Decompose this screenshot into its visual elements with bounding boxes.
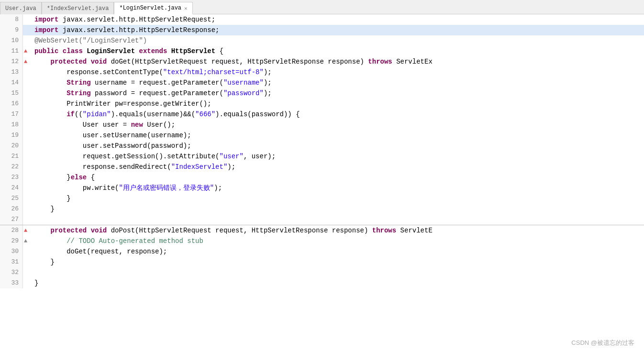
code-line-16: 16 PrintWriter pw=response.getWriter(); — [0, 99, 644, 109]
code-line-32: 32 — [0, 267, 644, 278]
tab-login-label: *LoginServlet.java — [119, 5, 181, 11]
code-line-10: 10 @WebServlet("/LoginServlet") — [0, 35, 644, 46]
code-line-27: 27 — [0, 214, 644, 225]
code-line-30: 30 doGet(request, response); — [0, 246, 644, 257]
editor-window: User.java *IndexServlet.java *LoginServl… — [0, 0, 644, 352]
tab-index[interactable]: *IndexServlet.java — [42, 2, 114, 14]
code-line-25: 25 } — [0, 193, 644, 204]
code-line-17: 17 if(("pidan").equals(username)&&("666"… — [0, 109, 644, 120]
code-line-22: 22 response.sendRedirect("IndexServlet")… — [0, 162, 644, 172]
code-line-28: 28 ▲ protected void doPost(HttpServletRe… — [0, 225, 644, 236]
code-line-24: 24 pw.write("用户名或密码错误，登录失败"); — [0, 183, 644, 193]
tab-index-label: *IndexServlet.java — [47, 5, 109, 12]
code-line-9: 9 import javax.servlet.http.HttpServletR… — [0, 25, 644, 35]
tab-user-label: User.java — [5, 5, 36, 12]
code-line-19: 19 user.setUsername(username); — [0, 130, 644, 141]
code-line-14: 14 String username = request.getParamete… — [0, 77, 644, 88]
code-line-31: 31 } — [0, 257, 644, 267]
code-line-18: 18 User user = new User(); — [0, 120, 644, 130]
tab-bar: User.java *IndexServlet.java *LoginServl… — [0, 0, 644, 14]
watermark: CSDN @被遗忘的过客 — [571, 339, 634, 347]
tab-login[interactable]: *LoginServlet.java ✕ — [114, 2, 192, 14]
close-icon[interactable]: ✕ — [184, 5, 188, 11]
code-line-11: 11 ▲ public class LoginServlet extends H… — [0, 46, 644, 56]
code-line-15: 15 String password = request.getParamete… — [0, 88, 644, 99]
code-editor[interactable]: 8 import javax.servlet.http.HttpServletR… — [0, 14, 644, 352]
code-line-12: 12 ▲ protected void doGet(HttpServletReq… — [0, 56, 644, 67]
code-line-13: 13 response.setContentType("text/html;ch… — [0, 67, 644, 77]
code-line-33: 33 } — [0, 278, 644, 288]
tab-user[interactable]: User.java — [0, 2, 42, 14]
code-line-20: 20 user.setPassword(password); — [0, 141, 644, 151]
code-line-8: 8 import javax.servlet.http.HttpServletR… — [0, 14, 644, 25]
code-line-23: 23 }else { — [0, 172, 644, 183]
code-line-29: 29 ▲ // TODO Auto-generated method stub — [0, 236, 644, 246]
code-line-26: 26 } — [0, 204, 644, 214]
code-line-21: 21 request.getSession().setAttribute("us… — [0, 151, 644, 162]
